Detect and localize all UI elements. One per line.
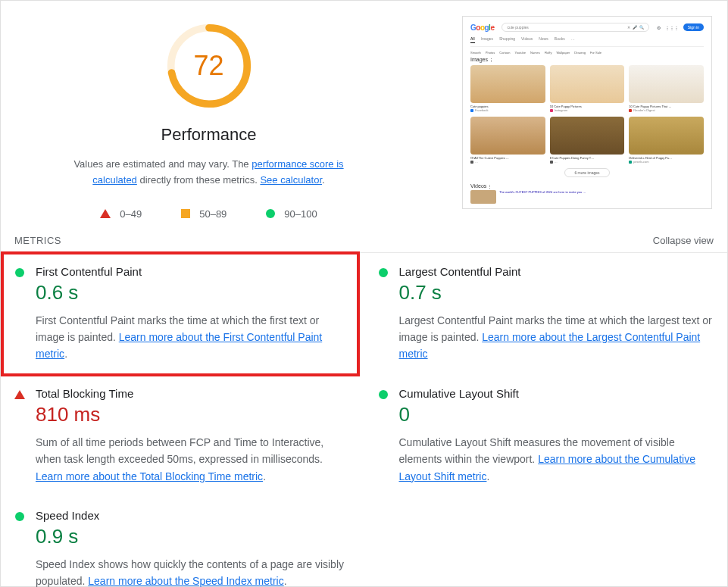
preview-image-card: 8 Cute Puppies Doing Funny T…… <box>550 117 625 164</box>
search-icon: 🔍 <box>639 25 644 30</box>
metric-value: 0 <box>399 403 714 426</box>
legend-label: 90–100 <box>284 208 317 220</box>
legend-label: 0–49 <box>120 208 142 220</box>
desc-text: . <box>284 575 287 587</box>
learn-more-link[interactable]: Learn more about the Total Blocking Time… <box>36 470 263 482</box>
favicon-icon <box>629 161 632 164</box>
preview-source: pexels.com <box>629 160 704 164</box>
metric-tbt: Total Blocking Time 810 ms Sum of all ti… <box>1 375 364 497</box>
desc-text: . <box>486 470 489 482</box>
favicon-icon <box>550 109 553 112</box>
score-title: Performance <box>161 125 257 145</box>
triangle-icon <box>100 209 111 218</box>
metric-value: 0.9 s <box>36 525 351 548</box>
metric-body: Cumulative Layout Shift 0 Cumulative Lay… <box>399 387 714 485</box>
metric-description: Speed Index shows how quickly the conten… <box>36 556 351 587</box>
metric-cls: Cumulative Layout Shift 0 Cumulative Lay… <box>364 375 728 497</box>
favicon-icon <box>470 161 473 164</box>
settings-icon: ⚙ <box>657 25 661 30</box>
top-section: 72 Performance Values are estimated and … <box>1 1 727 227</box>
metric-si: Speed Index 0.9 s Speed Index shows how … <box>1 497 364 587</box>
preview-source: Facebook <box>470 108 545 112</box>
lighthouse-report: 72 Performance Values are estimated and … <box>0 0 728 587</box>
preview-thumb <box>470 117 545 155</box>
metric-description: Cumulative Layout Shift measures the mov… <box>399 434 714 485</box>
preview-header-right: ⚙ ⋮⋮⋮ Sign in <box>657 23 704 31</box>
score-description: Values are estimated and may vary. The p… <box>58 157 361 189</box>
page-screenshot-preview: Google cute puppies ✕ 🎤 🔍 ⚙ ⋮⋮⋮ Sign in … <box>462 16 712 209</box>
circle-icon <box>266 209 275 218</box>
desc-text: Sum of all time periods between FCP and … <box>36 436 323 465</box>
metric-name: First Contentful Paint <box>36 265 351 278</box>
preview-thumb <box>629 117 704 155</box>
metric-lcp: Largest Contentful Paint 0.7 s Largest C… <box>364 253 728 375</box>
desc-text: . <box>263 470 266 482</box>
status-indicator <box>378 265 389 363</box>
preview-video-thumb <box>470 190 496 204</box>
learn-more-link[interactable]: Learn more about the Speed Index metric <box>88 575 283 587</box>
clear-icon: ✕ <box>627 25 630 30</box>
preview-image-card: Delivered a Herd of Puppy Fa…pexels.com <box>629 117 704 164</box>
circle-icon <box>15 512 24 521</box>
favicon-icon <box>629 109 632 112</box>
circle-icon <box>379 390 388 399</box>
desc-text: directly from these metrics. <box>137 174 261 186</box>
preview-images-heading: Images ⋮ <box>470 57 704 62</box>
metrics-grid: First Contentful Paint 0.6 s First Conte… <box>1 252 727 587</box>
metric-value: 0.7 s <box>399 281 714 304</box>
metrics-title: METRICS <box>14 235 61 246</box>
metric-body: Speed Index 0.9 s Speed Index shows how … <box>36 509 351 587</box>
google-logo-icon: Google <box>470 23 494 32</box>
metric-description: First Contentful Paint marks the time at… <box>36 312 351 363</box>
legend-fail: 0–49 <box>100 208 142 220</box>
score-panel: 72 Performance Values are estimated and … <box>16 16 401 220</box>
metric-value: 810 ms <box>36 403 351 426</box>
preview-tab: News <box>539 36 548 43</box>
preview-thumb <box>470 65 545 103</box>
preview-tab: … <box>571 36 575 43</box>
metric-name: Cumulative Layout Shift <box>399 387 714 400</box>
status-indicator <box>378 387 389 485</box>
score-value: 72 <box>193 50 223 82</box>
preview-thumb <box>629 65 704 103</box>
favicon-icon <box>550 161 553 164</box>
status-indicator <box>14 509 25 587</box>
preview-image-card: Of All The Cutest Puppies …… <box>470 117 545 164</box>
metric-empty <box>364 497 728 587</box>
preview-image-grid: Cute puppiesFacebook10 Cute Puppy Pictur… <box>470 65 704 164</box>
apps-icon: ⋮⋮⋮ <box>665 25 679 30</box>
triangle-icon <box>14 390 25 399</box>
see-calculator-link[interactable]: See calculator <box>260 174 322 186</box>
metric-description: Sum of all time periods between FCP and … <box>36 434 351 485</box>
preview-video-title: The world's CUTEST PUPPIES of 2024 are h… <box>499 190 586 204</box>
metric-fcp: First Contentful Paint 0.6 s First Conte… <box>1 253 364 375</box>
preview-videos-heading: Videos ⋮ <box>470 183 704 189</box>
desc-text: . <box>64 348 67 360</box>
preview-tab: All <box>470 36 475 43</box>
searchbar-icons: ✕ 🎤 🔍 <box>627 25 644 30</box>
metric-description: Largest Contentful Paint marks the time … <box>399 312 714 363</box>
favicon-icon <box>470 109 473 112</box>
metric-value: 0.6 s <box>36 281 351 304</box>
preview-tabs: AllImagesShoppingVideosNewsBooks… <box>470 36 704 47</box>
preview-image-card: 10 Cute Puppy PicturesInstagram <box>550 65 625 112</box>
desc-text: Values are estimated and may vary. The <box>73 158 252 170</box>
score-gauge: 72 <box>165 22 253 110</box>
status-indicator <box>14 265 25 363</box>
preview-thumb <box>550 117 625 155</box>
metric-name: Speed Index <box>36 509 351 522</box>
square-icon <box>181 209 190 218</box>
preview-source: … <box>470 160 545 164</box>
preview-query: cute puppies <box>507 25 528 30</box>
metric-body: Total Blocking Time 810 ms Sum of all ti… <box>36 387 351 485</box>
preview-source: Reader's Digest <box>629 108 704 112</box>
preview-video-row: The world's CUTEST PUPPIES of 2024 are h… <box>470 190 704 204</box>
preview-more-images-button: 6 more images <box>564 168 610 177</box>
metric-body: Largest Contentful Paint 0.7 s Largest C… <box>399 265 714 363</box>
status-indicator <box>14 387 25 485</box>
metric-name: Largest Contentful Paint <box>399 265 714 278</box>
score-legend: 0–49 50–89 90–100 <box>100 208 317 220</box>
preview-tab: Shopping <box>499 36 515 43</box>
collapse-view-toggle[interactable]: Collapse view <box>653 235 714 246</box>
legend-pass: 90–100 <box>266 208 317 220</box>
